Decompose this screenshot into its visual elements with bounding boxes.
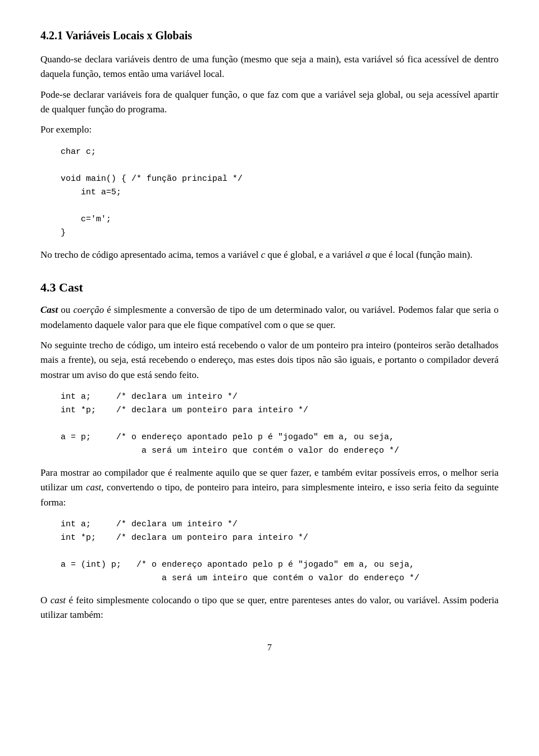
section-4-2-1-para-after-code: No trecho de código apresentado acima, t… [40, 248, 499, 262]
section-4-2-1-heading: 4.2.1 Variáveis Locais x Globais [40, 27, 499, 44]
section-4-2-1-para-2: Pode-se declarar variáveis fora de qualq… [40, 88, 499, 117]
code-block-2: int a; /* declara um inteiro */ int *p; … [61, 390, 499, 458]
section-4-3-para-2: No seguinte trecho de código, um inteiro… [40, 338, 499, 382]
section-4-3: 4.3 Cast Cast ou coerção é simplesmente … [40, 278, 499, 623]
code-block-3: int a; /* declara um inteiro */ int *p; … [61, 518, 499, 585]
section-4-3-para-end: O cast é feito simplesmente colocando o … [40, 593, 499, 623]
page-number: 7 [40, 641, 499, 655]
section-4-3-heading: 4.3 Cast [40, 278, 499, 297]
section-4-2-1: 4.2.1 Variáveis Locais x Globais Quando-… [40, 27, 499, 262]
section-4-2-1-para-3: Por exemplo: [40, 122, 499, 137]
section-4-3-para-middle: Para mostrar ao compilador que é realmen… [40, 466, 499, 510]
code-block-1: char c; void main() { /* função principa… [61, 145, 499, 240]
section-4-2-1-para-1: Quando-se declara variáveis dentro de um… [40, 52, 499, 82]
section-4-3-para-1: Cast ou coerção é simplesmente a convers… [40, 303, 499, 333]
